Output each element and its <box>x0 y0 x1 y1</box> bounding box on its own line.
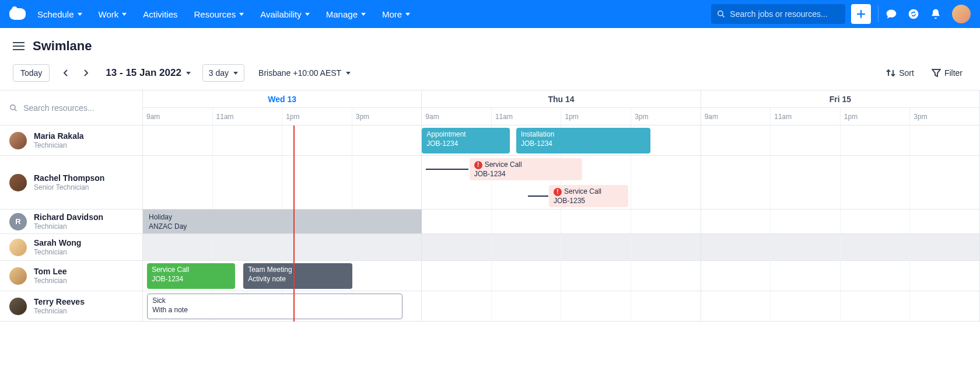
resource-name: Tom Lee <box>34 267 67 277</box>
resource-search[interactable] <box>0 90 142 125</box>
chat-icon[interactable] <box>886 8 897 20</box>
resource-row[interactable]: Rachel ThompsonSenior Technician <box>0 156 143 210</box>
hour-label: 1pm <box>282 108 352 125</box>
travel-indicator <box>426 169 468 170</box>
event-block[interactable]: Service CallJOB-1234 <box>147 263 235 289</box>
event-subtitle: ANZAC Day <box>149 222 416 232</box>
resource-name: Maria Rakala <box>34 131 84 141</box>
next-button[interactable] <box>78 64 94 82</box>
swimlane-grid: Maria RakalaTechnicianRachel ThompsonSen… <box>0 90 980 322</box>
app-logo[interactable] <box>9 8 26 20</box>
event-title: Sick <box>152 296 397 306</box>
nav-item-more[interactable]: More <box>382 9 410 19</box>
event-block[interactable]: InstallationJOB-1234 <box>516 128 650 153</box>
resource-name: Rachel Thompson <box>34 173 104 183</box>
resource-role: Technician <box>34 222 103 231</box>
resource-row[interactable]: Terry ReevesTechnician <box>0 291 143 322</box>
event-block[interactable]: Team MeetingActivity note <box>243 263 352 289</box>
bell-icon[interactable] <box>930 8 942 20</box>
nav-item-manage[interactable]: Manage <box>326 9 366 19</box>
chevron-down-icon <box>405 13 410 16</box>
event-title: Team Meeting <box>248 266 348 275</box>
event-block[interactable]: HolidayANZAC Day <box>143 210 422 233</box>
svg-point-11 <box>10 104 15 109</box>
resource-avatar <box>9 239 27 256</box>
nav-item-resources[interactable]: Resources <box>194 9 244 19</box>
resource-row[interactable]: RRichard DavidsonTechnician <box>0 210 143 234</box>
timezone-label: Brisbane +10:00 AEST <box>258 68 341 78</box>
event-subtitle: JOB-1234 <box>152 275 230 284</box>
view-mode-label: 3 day <box>209 68 229 78</box>
day-header[interactable]: Fri 15 <box>701 90 980 107</box>
alert-icon: ! <box>474 161 482 169</box>
add-button[interactable] <box>851 4 871 24</box>
event-block[interactable]: !Service CallJOB-1234 <box>470 158 583 180</box>
event-block[interactable]: SickWith a note <box>147 294 402 319</box>
hour-label: 1pm <box>561 108 631 125</box>
chevron-down-icon <box>122 13 127 16</box>
sort-button[interactable]: Sort <box>881 66 919 80</box>
nav-item-availability[interactable]: Availability <box>260 9 310 19</box>
user-avatar[interactable] <box>952 5 971 23</box>
event-subtitle: JOB-1234 <box>426 139 505 149</box>
page-title: Swimlane <box>33 39 92 54</box>
view-mode-select[interactable]: 3 day <box>202 64 244 82</box>
nav-item-label: Resources <box>194 9 236 19</box>
resource-avatar <box>9 174 27 191</box>
search-icon <box>717 9 725 19</box>
nav-item-label: Manage <box>326 9 358 19</box>
event-subtitle: With a note <box>152 306 397 315</box>
resource-row[interactable]: Maria RakalaTechnician <box>0 125 143 156</box>
plus-icon <box>856 9 866 19</box>
chevron-down-icon <box>346 72 351 75</box>
lane[interactable]: SickWith a note <box>143 291 980 322</box>
lane[interactable]: !Service CallJOB-1234!Service CallJOB-12… <box>143 156 980 210</box>
lane[interactable]: Service CallJOB-1234Team MeetingActivity… <box>143 261 980 291</box>
day-header[interactable]: Thu 14 <box>422 90 701 107</box>
resource-row[interactable]: Sarah WongTechnician <box>0 234 143 261</box>
chevron-down-icon <box>361 13 366 16</box>
sort-label: Sort <box>899 68 914 78</box>
event-title: Service Call <box>152 266 230 275</box>
event-title: Holiday <box>149 213 416 222</box>
divider <box>878 6 878 22</box>
lane[interactable]: AppointmentJOB-1234InstallationJOB-1234 <box>143 125 980 156</box>
nav-item-schedule[interactable]: Schedule <box>37 9 82 19</box>
sync-icon[interactable] <box>908 8 919 20</box>
filter-icon <box>932 69 941 77</box>
event-title: Installation <box>521 130 646 139</box>
global-search[interactable] <box>711 4 845 24</box>
resource-search-input[interactable] <box>23 103 133 113</box>
event-block[interactable]: AppointmentJOB-1234 <box>422 128 510 153</box>
global-search-input[interactable] <box>730 9 839 19</box>
date-range-picker[interactable]: 13 - 15 Jan 2022 <box>102 67 194 79</box>
lane[interactable]: HolidayANZAC Day <box>143 210 980 234</box>
filter-button[interactable]: Filter <box>927 66 967 80</box>
resource-avatar <box>9 267 27 285</box>
prev-button[interactable] <box>58 64 74 82</box>
resource-row[interactable]: Tom LeeTechnician <box>0 261 143 291</box>
hour-label: 3pm <box>352 108 422 125</box>
hour-label: 11am <box>771 108 841 125</box>
resource-role: Technician <box>34 307 85 315</box>
chevron-right-icon <box>83 69 88 76</box>
nav-item-label: Work <box>99 9 119 19</box>
now-indicator <box>293 125 295 322</box>
menu-toggle[interactable] <box>13 41 24 51</box>
lane[interactable] <box>143 234 980 261</box>
chevron-left-icon <box>64 69 68 76</box>
svg-line-12 <box>15 109 17 111</box>
svg-point-4 <box>909 9 919 19</box>
hour-label: 3pm <box>910 108 980 125</box>
event-subtitle: JOB-1234 <box>474 170 578 179</box>
day-header[interactable]: Wed 13 <box>143 90 422 107</box>
nav-item-work[interactable]: Work <box>99 9 127 19</box>
today-button[interactable]: Today <box>13 64 50 82</box>
nav-item-activities[interactable]: Activities <box>143 9 177 19</box>
timezone-select[interactable]: Brisbane +10:00 AEST <box>253 65 356 81</box>
chevron-down-icon <box>186 72 191 75</box>
hour-headers: 9am11am1pm3pm9am11am1pm3pm9am11am1pm3pm <box>143 108 980 125</box>
event-block[interactable]: !Service CallJOB-1235 <box>549 185 628 207</box>
chevron-down-icon <box>239 13 244 16</box>
resource-name: Richard Davidson <box>34 212 103 222</box>
